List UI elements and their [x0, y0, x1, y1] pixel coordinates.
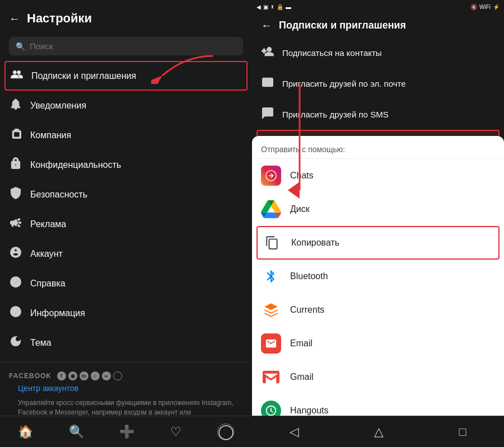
chat-icon — [261, 107, 274, 122]
right-nav-home[interactable]: △ — [374, 425, 384, 439]
nfc-icon: ▬ — [286, 4, 291, 10]
volume-icon: 🔇 — [470, 4, 477, 10]
facebook-portal-icon: ○ — [91, 371, 100, 380]
menu-label-security: Безопасность — [30, 190, 87, 200]
share-label-drive: Диск — [290, 204, 310, 214]
facebook-m-icon: m — [80, 371, 88, 380]
right-menu-invite-email[interactable]: Пригласить друзей по эл. почте — [252, 68, 504, 99]
menu-label-company: Компания — [30, 130, 71, 140]
upload-icon: ⬆ — [270, 4, 274, 10]
status-left: ◀ ▣ ⬆ 🔒 ▬ — [256, 4, 291, 10]
menu-item-subscriptions[interactable]: Подписки и приглашения — [4, 61, 248, 91]
facebook-link-icon: ✉ — [113, 371, 122, 380]
right-panel: ◀ ▣ ⬆ 🔒 ▬ 🔇 WiFi ⚡ ← Подписки и приглаше… — [252, 0, 504, 447]
info-circle-icon — [9, 305, 22, 321]
lock-status-icon: 🔒 — [277, 4, 283, 10]
megaphone-icon — [9, 217, 22, 232]
center-accounts-link[interactable]: Центр аккаунтов — [9, 380, 243, 396]
battery-icon: ⚡ — [493, 4, 500, 10]
moon-icon — [9, 335, 22, 350]
share-item-bluetooth[interactable]: Bluetooth — [252, 260, 504, 293]
facebook-f-icon: f — [57, 371, 66, 380]
share-label-copy: Копировать — [291, 238, 339, 248]
nav-home[interactable]: 🏠 — [18, 425, 33, 439]
share-item-hangouts[interactable]: Hangouts — [252, 394, 504, 416]
currents-icon — [261, 300, 281, 320]
shield-icon — [9, 187, 22, 202]
menu-label-help: Справка — [30, 279, 66, 289]
bell-icon — [9, 98, 22, 113]
share-label-currents: Currents — [290, 305, 324, 315]
menu-item-theme[interactable]: Тема — [0, 328, 252, 357]
wifi-icon: WiFi — [479, 4, 491, 10]
menu-label-notifications: Уведомления — [30, 101, 86, 111]
facebook-label: FACEBOOK f ◉ m ○ ∞ ✉ — [9, 371, 243, 380]
share-label-chats: Chats — [290, 171, 314, 181]
status-right: 🔇 WiFi ⚡ — [470, 4, 500, 10]
nav-search[interactable]: 🔍 — [69, 425, 84, 439]
bluetooth-icon — [261, 266, 281, 286]
left-title: Настройки — [27, 11, 92, 26]
facebook-oculus-icon: ∞ — [102, 371, 111, 380]
left-header: ← Настройки — [0, 0, 252, 34]
nav-favorites[interactable]: ♡ — [170, 425, 181, 439]
status-bar: ◀ ▣ ⬆ 🔒 ▬ 🔇 WiFi ⚡ — [252, 0, 504, 13]
menu-item-security[interactable]: Безопасность — [0, 180, 252, 209]
hangouts-icon — [261, 401, 281, 416]
menu-label-privacy: Конфиденциальность — [30, 160, 121, 170]
share-modal-header: Отправить с помощью: — [252, 136, 504, 159]
share-label-bluetooth: Bluetooth — [290, 271, 328, 281]
share-label-email: Email — [290, 338, 312, 349]
left-menu-scroll: Подписки и приглашения Уведомления Компа… — [0, 61, 252, 447]
menu-item-account[interactable]: Аккаунт — [0, 239, 252, 269]
right-header: ← Подписки и приглашения — [252, 13, 504, 37]
lock-icon — [9, 157, 22, 172]
menu-label-ads: Реклама — [30, 219, 66, 229]
person-circle-icon — [9, 246, 22, 261]
facebook-ig-icon: ◉ — [68, 371, 77, 380]
search-input[interactable] — [30, 41, 236, 51]
share-label-hangouts: Hangouts — [290, 406, 329, 416]
menu-label-theme: Тема — [30, 338, 52, 348]
menu-item-info[interactable]: Информация — [0, 298, 252, 328]
menu-item-company[interactable]: Компания — [0, 120, 252, 150]
share-item-drive[interactable]: Диск — [252, 192, 504, 226]
facebook-social-icons: f ◉ m ○ ∞ ✉ — [57, 371, 122, 380]
person-add-icon — [10, 68, 24, 83]
share-item-currents[interactable]: Currents — [252, 293, 504, 327]
menu-label-subscriptions: Подписки и приглашения — [31, 71, 136, 81]
right-title: Подписки и приглашения — [279, 20, 406, 31]
sim-icon: ▣ — [263, 4, 268, 10]
share-item-gmail[interactable]: Gmail — [252, 360, 504, 394]
right-menu-subscribe-contacts[interactable]: Подписаться на контакты — [252, 37, 504, 68]
share-label-gmail: Gmail — [290, 372, 314, 382]
menu-label-account: Аккаунт — [30, 249, 63, 259]
right-bottom-nav: ◁ △ □ — [252, 416, 504, 447]
right-nav-back[interactable]: ◁ — [290, 425, 299, 439]
search-bar: 🔍 — [9, 37, 243, 55]
left-back-button[interactable]: ← — [9, 12, 20, 25]
left-bottom-nav: 🏠 🔍 ➕ ♡ ◯ — [0, 416, 252, 447]
share-item-email[interactable]: Email — [252, 327, 504, 360]
menu-item-help[interactable]: Справка — [0, 269, 252, 298]
copy-icon — [262, 233, 282, 253]
email-app-icon — [261, 333, 281, 354]
question-circle-icon — [9, 276, 22, 291]
nav-add[interactable]: ➕ — [119, 425, 134, 439]
nav-profile[interactable]: ◯ — [217, 424, 234, 440]
envelope-icon — [261, 76, 274, 91]
left-panel: ← Настройки 🔍 Подписки и приглашения Уве… — [0, 0, 252, 447]
menu-item-ads[interactable]: Реклама — [0, 209, 252, 239]
right-menu-invite-sms[interactable]: Пригласить друзей по SMS — [252, 99, 504, 130]
share-item-copy[interactable]: Копировать — [256, 226, 500, 260]
search-icon: 🔍 — [16, 42, 25, 51]
right-back-button[interactable]: ← — [261, 19, 272, 32]
right-nav-recents[interactable]: □ — [459, 425, 466, 439]
share-item-chats[interactable]: Chats — [252, 159, 504, 192]
menu-label-info: Информация — [30, 308, 85, 318]
menu-item-privacy[interactable]: Конфиденциальность — [0, 150, 252, 180]
share-modal: Отправить с помощью: Chats Диск — [252, 136, 504, 416]
right-menu-label-subscribe: Подписаться на контакты — [282, 48, 382, 58]
menu-item-notifications[interactable]: Уведомления — [0, 91, 252, 120]
person-add-right-icon — [261, 45, 274, 60]
